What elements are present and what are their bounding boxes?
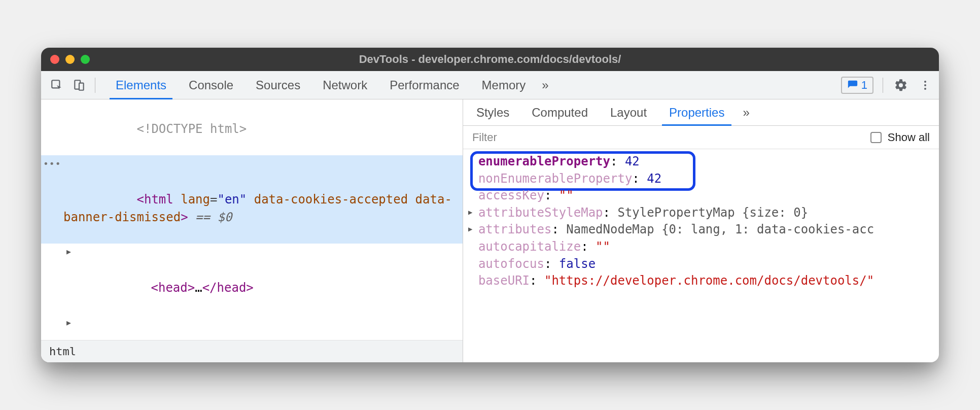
svg-rect-2: [79, 83, 84, 90]
expand-caret-icon[interactable]: ▶: [468, 208, 472, 218]
show-all-checkbox[interactable]: [870, 132, 882, 143]
property-row[interactable]: autocapitalize: "": [468, 238, 934, 256]
property-value: "https://developer.chrome.com/docs/devto…: [544, 274, 874, 288]
feedback-icon: [847, 80, 858, 91]
property-value: 42: [625, 154, 640, 168]
issues-badge[interactable]: 1: [841, 77, 873, 94]
property-row[interactable]: baseURI: "https://developer.chrome.com/d…: [468, 272, 934, 290]
more-icon[interactable]: [917, 77, 934, 94]
sidebar-tabs-overflow-icon[interactable]: »: [738, 99, 754, 125]
devtools-window: DevTools - developer.chrome.com/docs/dev…: [41, 48, 939, 362]
tab-network[interactable]: Network: [311, 71, 378, 99]
properties-list[interactable]: enumerableProperty: 42nonEnumerablePrope…: [463, 149, 939, 362]
close-window-button[interactable]: [50, 55, 59, 64]
property-row[interactable]: nonEnumerableProperty: 42: [468, 170, 934, 188]
breadcrumb-item[interactable]: html: [49, 345, 76, 358]
zoom-window-button[interactable]: [81, 55, 90, 64]
expand-caret-icon[interactable]: ▶: [66, 318, 71, 329]
main-toolbar: ElementsConsoleSourcesNetworkPerformance…: [41, 71, 939, 99]
filter-row: Show all: [463, 126, 939, 149]
dom-node-head[interactable]: ▶ <head>…</head>: [41, 244, 463, 314]
sidebar-tab-computed[interactable]: Computed: [522, 99, 597, 125]
property-row[interactable]: enumerableProperty: 42: [468, 153, 934, 170]
property-name: baseURI: [478, 274, 530, 288]
property-name: accessKey: [478, 188, 544, 202]
property-name: attributeStyleMap: [478, 206, 603, 220]
issues-count: 1: [861, 79, 867, 92]
tab-elements[interactable]: Elements: [104, 71, 178, 99]
dom-node-body[interactable]: ▶ <body>…</body>: [41, 315, 463, 340]
svg-point-5: [924, 88, 926, 90]
property-value: "": [596, 240, 610, 254]
property-row[interactable]: ▶attributeStyleMap: StylePropertyMap {si…: [468, 204, 934, 222]
separator: [95, 78, 95, 93]
device-toolbar-icon[interactable]: [71, 77, 88, 94]
content-area: <!DOCTYPE html> ••• <html lang="en" data…: [41, 99, 939, 362]
main-tabs: ElementsConsoleSourcesNetworkPerformance…: [104, 71, 537, 99]
property-value: "": [559, 188, 574, 202]
sidebar-tab-styles[interactable]: Styles: [467, 99, 518, 125]
property-row[interactable]: ▶attributes: NamedNodeMap {0: lang, 1: d…: [468, 221, 934, 238]
tab-console[interactable]: Console: [178, 71, 244, 99]
property-value: false: [559, 257, 596, 271]
property-name: enumerableProperty: [478, 154, 610, 168]
window-controls: [50, 55, 90, 64]
gutter-dots-icon: •••: [43, 157, 61, 170]
breadcrumbs[interactable]: html: [41, 340, 463, 362]
property-row[interactable]: accessKey: "": [468, 187, 934, 204]
sidebar-tabs: StylesComputedLayoutProperties»: [463, 99, 939, 126]
expand-caret-icon[interactable]: ▶: [468, 224, 472, 234]
show-all-label: Show all: [888, 131, 930, 144]
property-name: attributes: [478, 222, 552, 236]
sidebar-panel: StylesComputedLayoutProperties» Show all…: [463, 99, 939, 362]
sidebar-tab-properties[interactable]: Properties: [660, 99, 733, 125]
property-name: autocapitalize: [478, 240, 581, 254]
property-name: nonEnumerableProperty: [478, 172, 632, 186]
chevron-double-right-icon: »: [542, 78, 548, 92]
separator: [883, 78, 883, 93]
titlebar: DevTools - developer.chrome.com/docs/dev…: [41, 48, 939, 71]
property-name: autofocus: [478, 257, 544, 271]
sidebar-tab-layout[interactable]: Layout: [601, 99, 656, 125]
svg-point-3: [924, 81, 926, 83]
dom-node-html[interactable]: ••• <html lang="en" data-cookies-accepte…: [41, 155, 463, 244]
expand-caret-icon[interactable]: ▶: [66, 247, 71, 258]
filter-input[interactable]: [472, 131, 864, 144]
svg-point-4: [924, 84, 926, 86]
tab-performance[interactable]: Performance: [378, 71, 470, 99]
minimize-window-button[interactable]: [65, 55, 75, 64]
tab-memory[interactable]: Memory: [471, 71, 537, 99]
property-value: NamedNodeMap {0: lang, 1: data-cookies-a…: [566, 222, 874, 236]
elements-panel: <!DOCTYPE html> ••• <html lang="en" data…: [41, 99, 463, 362]
dom-tree[interactable]: <!DOCTYPE html> ••• <html lang="en" data…: [41, 99, 463, 340]
dom-node-doctype[interactable]: <!DOCTYPE html>: [41, 102, 463, 155]
tab-sources[interactable]: Sources: [244, 71, 311, 99]
window-title: DevTools - developer.chrome.com/docs/dev…: [41, 53, 939, 66]
property-value: 42: [647, 172, 661, 186]
settings-icon[interactable]: [892, 77, 909, 94]
property-row[interactable]: autofocus: false: [468, 256, 934, 273]
property-value: StylePropertyMap {size: 0}: [617, 206, 808, 220]
inspect-element-icon[interactable]: [48, 77, 65, 94]
tabs-overflow-icon[interactable]: »: [537, 71, 553, 99]
